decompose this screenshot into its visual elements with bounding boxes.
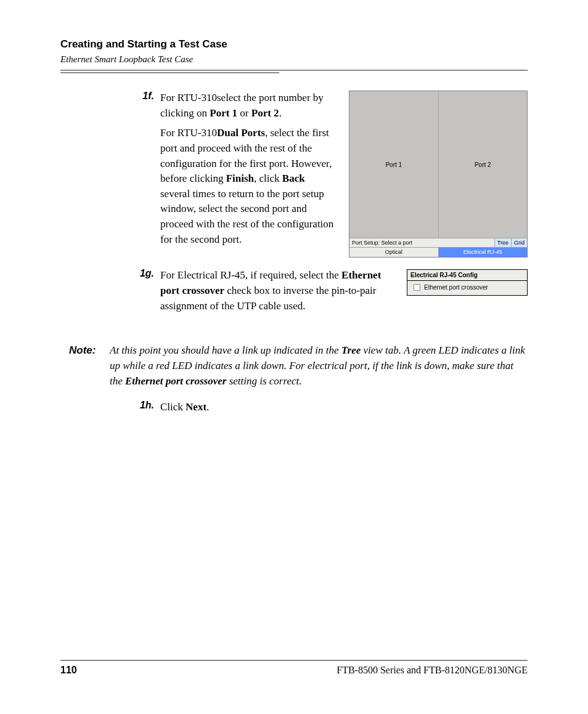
- ethernet-crossover-label: Ethernet port crossover: [424, 284, 488, 291]
- text-bold: Next: [186, 401, 206, 413]
- step-label-1g: 1g.: [129, 268, 160, 318]
- page-number: 110: [60, 665, 77, 676]
- step-body-1h: Click Next.: [160, 400, 209, 420]
- section-subtitle: Ethernet Smart Loopback Test Case: [60, 54, 528, 65]
- text: At this point you should have a link up …: [110, 344, 341, 356]
- text-bold: Tree: [341, 344, 361, 356]
- rj45-config-panel: Electrical RJ-45 Config Ethernet port cr…: [407, 269, 528, 296]
- port-setup-panel: Port 1 Port 2 Port Setup: Select a port …: [349, 91, 528, 258]
- text-bold: Ethernet port crossover: [125, 375, 226, 387]
- text: or: [237, 107, 251, 119]
- text: Click: [160, 401, 186, 413]
- text: , click: [254, 172, 282, 184]
- divider: [60, 70, 528, 71]
- text-bold: Dual Ports: [217, 127, 265, 139]
- tree-view-button[interactable]: Tree: [494, 238, 511, 247]
- step-body-1f: For RTU-310select the port number by cli…: [160, 91, 337, 252]
- tab-electrical-rj45[interactable]: Electrical RJ-45: [439, 248, 528, 257]
- port-1-button[interactable]: Port 1: [349, 91, 439, 238]
- text: For Electrical RJ-45, if required, selec…: [160, 269, 341, 281]
- note-label: Note:: [69, 343, 110, 389]
- step-label-1f: 1f.: [129, 91, 160, 252]
- product-name: FTB-8500 Series and FTB-8120NGE/8130NGE: [337, 665, 528, 676]
- text: several times to return to the port setu…: [160, 188, 333, 245]
- text-bold: Port 2: [251, 107, 279, 119]
- port-2-button[interactable]: Port 2: [439, 91, 528, 238]
- ethernet-crossover-checkbox[interactable]: [414, 284, 420, 291]
- port-setup-status: Port Setup: Select a port: [349, 238, 494, 247]
- tab-optical[interactable]: Optical: [349, 248, 439, 257]
- text: .: [279, 107, 282, 119]
- grid-view-button[interactable]: Grid: [511, 238, 527, 247]
- divider-short: [60, 72, 279, 73]
- section-title: Creating and Starting a Test Case: [60, 38, 528, 51]
- text-bold: Port 1: [210, 107, 237, 119]
- step-body-1g: For Electrical RJ-45, if required, selec…: [160, 268, 397, 318]
- text: .: [206, 401, 209, 413]
- text: For RTU-310: [160, 127, 217, 139]
- note-body: At this point you should have a link up …: [110, 343, 528, 389]
- text-bold: Finish: [226, 172, 254, 184]
- step-label-1h: 1h.: [129, 400, 160, 420]
- text: setting is correct.: [226, 375, 301, 387]
- rj45-config-title: Electrical RJ-45 Config: [407, 270, 527, 281]
- text-bold: Back: [282, 172, 305, 184]
- footer-divider: [60, 660, 528, 661]
